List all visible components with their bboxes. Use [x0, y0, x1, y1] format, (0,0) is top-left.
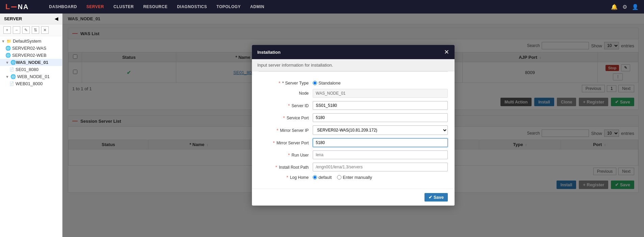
nav-topology[interactable]: TOPOLOGY	[216, 4, 241, 9]
file-icon: 📄	[9, 67, 14, 72]
server-id-label: * Server ID	[259, 103, 313, 108]
edit-button[interactable]: ✎	[22, 26, 30, 34]
tree-label: SERVER02-WAS	[12, 46, 46, 51]
app-logo: LNA	[5, 2, 29, 11]
tree-item-was-node-01[interactable]: ▼ 🌐 WAS_NODE_01	[0, 59, 62, 66]
run-user-input[interactable]	[313, 150, 448, 159]
service-port-label: * Service Port	[259, 115, 313, 120]
form-row-mirror-port: * Mirror Server Port	[252, 138, 455, 147]
run-user-label: * Run User	[259, 152, 313, 158]
expand-icon: ▼	[5, 61, 9, 65]
server-type-radios: Standalone	[313, 80, 341, 86]
standalone-radio[interactable]	[313, 81, 317, 85]
install-path-input[interactable]	[313, 163, 448, 171]
dialog-check-icon: ✔	[429, 195, 432, 200]
form-row-service-port: * Service Port	[252, 113, 455, 122]
dialog-close-button[interactable]: ✕	[444, 49, 449, 55]
tree-item-defaultsystem[interactable]: ▼ 📁 DefaultSystem	[0, 38, 62, 45]
globe-red-icon: 🌐	[10, 60, 16, 65]
sidebar-title: SERVER	[4, 16, 22, 21]
nav-admin[interactable]: ADMIN	[250, 4, 264, 9]
nav-cluster[interactable]: CLUSTER	[113, 4, 134, 9]
form-row-install-path: * Install Root Path	[252, 163, 455, 171]
gear-icon[interactable]: ⚙	[622, 4, 627, 10]
tree-label: WEB01_8000	[16, 81, 43, 86]
form-row-node: Node WAS_NODE_01	[252, 89, 455, 98]
sidebar: SERVER ◀ + − ✎ ⇅ ✕ ▼ 📁 DefaultSystem 🌐 S…	[0, 14, 62, 237]
globe-icon: 🌐	[5, 53, 11, 58]
sidebar-tree: ▼ 📁 DefaultSystem 🌐 SERVER02-WAS 🌐 SERVE…	[0, 36, 62, 89]
nav-resource[interactable]: RESOURCE	[143, 4, 168, 9]
installation-dialog: Installation ✕ Input server information …	[252, 45, 455, 206]
add-button[interactable]: +	[3, 26, 11, 34]
log-home-label: * Log Home	[259, 175, 313, 180]
sidebar-header: SERVER ◀	[0, 14, 62, 24]
tree-label: DefaultSystem	[13, 39, 42, 44]
standalone-radio-label[interactable]: Standalone	[313, 80, 341, 86]
remove-button[interactable]: −	[13, 26, 20, 34]
bell-icon[interactable]: 🔔	[611, 4, 618, 10]
user-icon[interactable]: 👤	[632, 4, 639, 10]
service-port-input[interactable]	[313, 113, 448, 122]
topnav: LNA DASHBOARD SERVER CLUSTER RESOURCE DI…	[0, 0, 644, 14]
dialog-divider	[259, 71, 448, 72]
install-path-label: * Install Root Path	[259, 165, 313, 170]
nav-diagnostics[interactable]: DIAGNOSTICS	[177, 4, 207, 9]
expand-icon: ▼	[1, 39, 5, 43]
form-row-log-home: * Log Home default Enter manually	[252, 175, 455, 180]
content-area: WAS_NODE_01 — WAS List Search Show	[62, 14, 644, 237]
node-label: Node	[259, 91, 313, 96]
globe-icon: 🌐	[5, 46, 11, 51]
log-home-manual-label[interactable]: Enter manually	[337, 175, 372, 180]
tree-item-server02-was[interactable]: 🌐 SERVER02-WAS	[0, 45, 62, 52]
tree-label: SE01_8080	[16, 67, 38, 72]
move-button[interactable]: ⇅	[32, 26, 39, 34]
server-type-label: * * Server Type	[259, 80, 313, 86]
topnav-icons: 🔔 ⚙ 👤	[611, 4, 639, 10]
tree-item-web01-8000[interactable]: 📄 WEB01_8000	[0, 80, 62, 87]
log-home-default-label[interactable]: default	[313, 175, 332, 180]
delete-button[interactable]: ✕	[41, 26, 49, 34]
globe-icon: 🌐	[10, 74, 16, 79]
tree-item-web-node-01[interactable]: ▼ 🌐 WEB_NODE_01	[0, 73, 62, 80]
log-home-manual-radio[interactable]	[337, 175, 341, 180]
dialog-save-button[interactable]: ✔ Save	[424, 193, 448, 202]
form-row-server-type: * * Server Type Standalone	[252, 80, 455, 86]
mirror-port-label: * Mirror Server Port	[259, 140, 313, 145]
dialog-body: * * Server Type Standalone Node	[252, 75, 455, 189]
sidebar-collapse-icon[interactable]: ◀	[55, 16, 58, 21]
tree-label: WEB_NODE_01	[17, 74, 50, 79]
dialog-overlay: Installation ✕ Input server information …	[62, 14, 644, 237]
log-home-default-radio[interactable]	[313, 175, 317, 180]
form-row-run-user: * Run User	[252, 150, 455, 159]
tree-label: WAS_NODE_01	[16, 60, 48, 65]
dialog-header: Installation ✕	[252, 45, 455, 59]
tree-item-server02-web[interactable]: 🌐 SERVER02-WEB	[0, 52, 62, 59]
main-layout: SERVER ◀ + − ✎ ⇅ ✕ ▼ 📁 DefaultSystem 🌐 S…	[0, 14, 644, 237]
tree-label: SERVER02-WEB	[12, 53, 47, 58]
mirror-ip-label: * Mirror Server IP	[259, 128, 313, 133]
nav-server[interactable]: SERVER	[86, 4, 104, 9]
expand-icon: ▼	[5, 75, 9, 79]
file-icon: 📄	[9, 81, 14, 86]
tree-item-se01-8080[interactable]: 📄 SE01_8080	[0, 66, 62, 73]
nav-dashboard[interactable]: DASHBOARD	[49, 4, 77, 9]
server-id-input[interactable]	[313, 101, 448, 110]
dialog-footer: ✔ Save	[252, 189, 455, 206]
dialog-title: Installation	[257, 50, 281, 55]
form-row-server-id: * Server ID	[252, 101, 455, 110]
topnav-menu: DASHBOARD SERVER CLUSTER RESOURCE DIAGNO…	[49, 4, 611, 9]
mirror-ip-select[interactable]: SERVER02-WAS(10.81.209.172)	[313, 125, 448, 135]
form-row-mirror-ip: * Mirror Server IP SERVER02-WAS(10.81.20…	[252, 125, 455, 135]
folder-icon: 📁	[6, 39, 11, 44]
sidebar-toolbar: + − ✎ ⇅ ✕	[0, 24, 62, 36]
log-home-radios: default Enter manually	[313, 175, 372, 180]
mirror-port-input[interactable]	[313, 138, 448, 147]
dialog-info: Input server information for installatio…	[252, 59, 455, 71]
node-value: WAS_NODE_01	[313, 89, 448, 98]
